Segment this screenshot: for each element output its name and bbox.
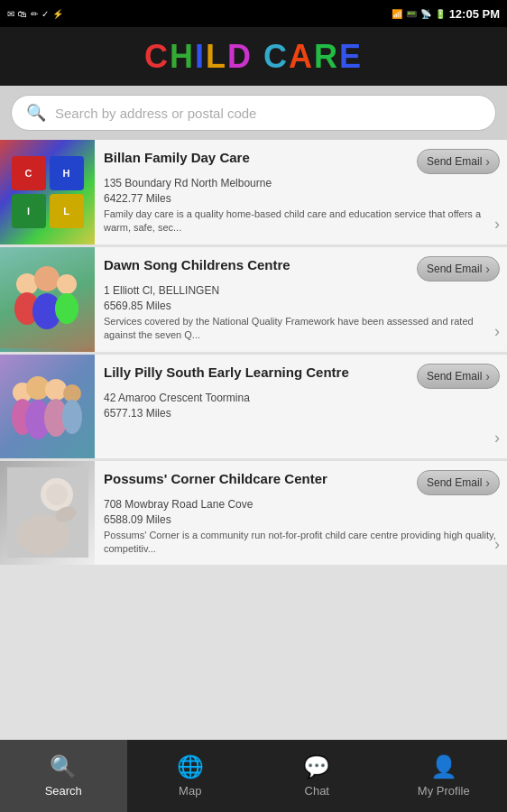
bag-icon: 🛍: [18, 9, 27, 19]
listing-card-1[interactable]: C H I L Billan Family Day Care Send Emai…: [0, 140, 507, 245]
listing-card-4[interactable]: Possums' Corner Childcare Center Send Em…: [0, 461, 507, 566]
status-bar: ✉ 🛍 ✏ ✓ ⚡ 📶 📟 📡 🔋 12:05 PM: [0, 0, 507, 27]
listings-container: C H I L Billan Family Day Care Send Emai…: [0, 140, 507, 744]
search-icon: 🔍: [26, 103, 46, 123]
svg-point-5: [55, 293, 78, 324]
send-email-btn-2[interactable]: Send Email: [417, 256, 500, 281]
status-time: 12:05 PM: [449, 7, 500, 21]
block-l: L: [50, 194, 84, 228]
svg-point-2: [57, 274, 77, 294]
block-c: C: [12, 156, 46, 190]
listing-card-2[interactable]: Dawn Song Childrens Centre Send Email 1 …: [0, 247, 507, 352]
chat-nav-icon: 💬: [303, 754, 330, 780]
battery-icon: 🔋: [435, 9, 446, 19]
listing-distance-4: 6588.09 Miles: [104, 513, 500, 526]
block-h: H: [50, 156, 84, 190]
map-nav-label: Map: [179, 784, 201, 798]
listing-name-1: Billan Family Day Care: [104, 149, 410, 167]
send-email-btn-3[interactable]: Send Email: [417, 364, 500, 389]
usb-icon: ⚡: [52, 9, 63, 19]
nav-item-profile[interactable]: 👤 My Profile: [381, 740, 508, 812]
status-icons: ✉ 🛍 ✏ ✓ ⚡: [7, 9, 63, 19]
card-arrow-4: ›: [494, 535, 500, 554]
svg-point-1: [34, 266, 60, 291]
listing-address-3: 42 Amaroo Crescent Toormina: [104, 392, 500, 404]
listing-distance-1: 6422.77 Miles: [104, 192, 500, 205]
card-arrow-3: ›: [494, 429, 500, 448]
listing-content-4: Possums' Corner Childcare Center Send Em…: [95, 461, 507, 566]
wifi-icon: 📶: [392, 9, 402, 19]
listing-content-3: Lilly Pilly South Early Learning Centre …: [95, 355, 507, 458]
listing-content-1: Billan Family Day Care Send Email 135 Bo…: [95, 140, 507, 245]
nav-item-search[interactable]: 🔍 Search: [0, 740, 127, 812]
edit-icon: ✏: [31, 9, 38, 19]
send-email-btn-1[interactable]: Send Email: [417, 149, 500, 174]
search-bar-container: 🔍 Search by address or postal code: [0, 86, 507, 140]
block-i: I: [12, 194, 46, 228]
listing-distance-2: 6569.85 Miles: [104, 300, 500, 312]
signal-icon: 📡: [420, 9, 431, 19]
sim-icon: 📟: [406, 9, 417, 19]
nav-item-map[interactable]: 🌐 Map: [127, 740, 254, 812]
app-header: CHILD CARE: [0, 27, 507, 86]
send-email-btn-4[interactable]: Send Email: [417, 470, 500, 495]
listing-name-3: Lilly Pilly South Early Learning Centre: [104, 364, 410, 382]
listing-image-2: [0, 247, 95, 352]
nav-item-chat[interactable]: 💬 Chat: [254, 740, 381, 812]
map-nav-icon: 🌐: [177, 754, 204, 780]
listing-distance-3: 6577.13 Miles: [104, 407, 500, 420]
right-status-icons: 📶 📟 📡 🔋 12:05 PM: [392, 7, 500, 21]
listing-description-4: Possums' Corner is a community run not-f…: [104, 529, 500, 557]
card-arrow-1: ›: [494, 215, 500, 234]
listing-description-1: Family day care is a quality home-based …: [104, 208, 500, 235]
listing-name-2: Dawn Song Childrens Centre: [104, 256, 410, 274]
listing-card-3[interactable]: Lilly Pilly South Early Learning Centre …: [0, 355, 507, 458]
listing-image-4: [0, 461, 95, 566]
notification-icon: ✉: [7, 9, 14, 19]
svg-point-13: [62, 400, 82, 434]
listing-address-4: 708 Mowbray Road Lane Cove: [104, 498, 500, 511]
listing-description-2: Services covered by the National Quality…: [104, 315, 500, 343]
listing-image-3: [0, 355, 95, 458]
listing-name-4: Possums' Corner Childcare Center: [104, 470, 410, 488]
profile-nav-icon: 👤: [430, 754, 457, 780]
app-title: CHILD CARE: [144, 38, 363, 76]
search-nav-label: Search: [45, 784, 82, 798]
bottom-nav: 🔍 Search 🌐 Map 💬 Chat 👤 My Profile: [0, 740, 507, 812]
listing-image-1: C H I L: [0, 140, 95, 245]
svg-point-8: [45, 379, 67, 401]
search-placeholder: Search by address or postal code: [55, 106, 256, 121]
listing-address-1: 135 Boundary Rd North Melbourne: [104, 177, 500, 189]
listing-content-2: Dawn Song Childrens Centre Send Email 1 …: [95, 247, 507, 352]
check-icon: ✓: [41, 9, 49, 19]
search-nav-icon: 🔍: [50, 754, 77, 780]
card-arrow-2: ›: [494, 322, 500, 341]
listing-address-2: 1 Elliott Cl, BELLINGEN: [104, 284, 500, 297]
chat-nav-label: Chat: [305, 784, 329, 798]
search-bar[interactable]: 🔍 Search by address or postal code: [11, 95, 496, 131]
profile-nav-label: My Profile: [418, 784, 470, 798]
svg-point-17: [46, 484, 68, 505]
